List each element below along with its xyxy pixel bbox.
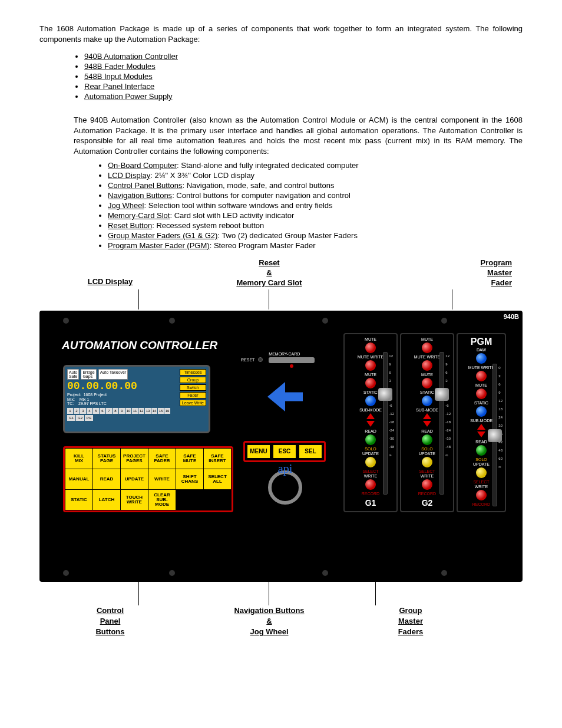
control-panel-button-grid: KILLMIXSTATUSPAGEPROJECTPAGESSAFEFADERSA… bbox=[63, 446, 233, 512]
component-item: Rear Panel Interface bbox=[84, 82, 523, 91]
control-panel-button[interactable]: STATIC bbox=[65, 489, 93, 510]
control-panel-button[interactable]: SAFEINSERT bbox=[204, 448, 232, 469]
lcd-side-button[interactable]: Leave Write bbox=[180, 400, 206, 406]
group-label: G2 bbox=[422, 498, 433, 508]
hardware-panel: AUTOMATION CONTROLLER 940B TimecodeGroup… bbox=[39, 311, 523, 582]
reset-button[interactable] bbox=[258, 357, 263, 362]
mute-button[interactable] bbox=[365, 342, 376, 353]
update-button[interactable] bbox=[422, 457, 432, 467]
read-button[interactable] bbox=[422, 434, 432, 445]
lcd-channel-num: 2 bbox=[74, 408, 80, 414]
lcd-project-value: 1608 Project bbox=[84, 393, 107, 397]
control-panel-button[interactable]: WRITE bbox=[148, 469, 176, 489]
sub-mode-label: SUB-MODE bbox=[470, 419, 492, 423]
lcd-side-button[interactable]: Group bbox=[180, 377, 206, 383]
lcd-group-indicator: PG bbox=[85, 415, 93, 421]
nudge-up-button[interactable] bbox=[366, 413, 375, 419]
mute-button[interactable] bbox=[422, 342, 432, 353]
subcomponent-item: Reset Button: Recessed system reboot but… bbox=[108, 221, 523, 230]
control-panel-button[interactable]: STATUSPAGE bbox=[93, 448, 121, 469]
pointer-line bbox=[269, 582, 269, 605]
fader-handle[interactable] bbox=[378, 388, 392, 401]
nudge-down-button[interactable] bbox=[366, 421, 375, 427]
mute-button2[interactable] bbox=[365, 378, 376, 388]
control-panel-button[interactable]: PROJECTPAGES bbox=[121, 448, 148, 469]
daw-button[interactable] bbox=[476, 353, 487, 364]
control-panel-button[interactable]: LATCH bbox=[93, 489, 121, 510]
menu-button[interactable]: MENU bbox=[247, 445, 270, 458]
component-item: 548B Input Modules bbox=[84, 72, 523, 81]
subcomponent-item: Control Panel Buttons: Navigation, mode,… bbox=[108, 181, 523, 190]
api-logo-text: api bbox=[278, 462, 292, 476]
lcd-side-button[interactable]: Fader bbox=[180, 392, 206, 398]
component-item: 940B Automation Controller bbox=[84, 52, 523, 61]
fader-slot[interactable] bbox=[439, 352, 444, 495]
mute-write-button-label: MUTE WRITE bbox=[414, 355, 440, 359]
fader-handle[interactable] bbox=[488, 429, 502, 442]
lcd-tab[interactable]: AutoSafe bbox=[67, 369, 79, 380]
read-button[interactable] bbox=[476, 445, 487, 456]
lcd-side-button[interactable]: Switch bbox=[180, 384, 206, 391]
mute-write-button[interactable] bbox=[422, 360, 432, 371]
lcd-mix-label: Mix: bbox=[67, 397, 75, 401]
fader-scale: 129630-3-6-12-18-24-30-48∞ bbox=[389, 352, 394, 459]
control-panel-button[interactable]: SAFEMUTE bbox=[176, 448, 204, 469]
lcd-project-label: Project: bbox=[67, 393, 81, 397]
lcd-channel-num: 15 bbox=[158, 408, 164, 414]
lcd-tc-value: 29.97 FPS LTC bbox=[78, 401, 107, 406]
write-button[interactable] bbox=[365, 479, 376, 490]
update-button-label: UPDATE bbox=[362, 452, 379, 456]
label-control-panel-buttons: ControlPanelButtons bbox=[39, 605, 181, 638]
label-group-master-faders: GroupMasterFaders bbox=[358, 605, 464, 638]
daw-button-label: DAW bbox=[477, 348, 486, 352]
mute-write-button[interactable] bbox=[476, 371, 487, 381]
control-panel-button[interactable]: READ bbox=[93, 469, 121, 489]
label-pgm-fader: ProgramMasterFader bbox=[358, 258, 512, 288]
static-button[interactable] bbox=[365, 396, 376, 406]
update-button[interactable] bbox=[365, 457, 376, 467]
control-panel-button[interactable]: SAFEFADER bbox=[148, 448, 176, 469]
control-panel-button[interactable]: KILLMIX bbox=[65, 448, 93, 469]
control-panel-button[interactable]: MANUAL bbox=[65, 469, 93, 489]
control-panel-button[interactable]: SELECTALL bbox=[204, 469, 232, 489]
memory-card-slot[interactable] bbox=[269, 357, 315, 363]
control-panel-button[interactable]: TOUCHWRITE bbox=[121, 489, 148, 510]
lcd-side-button[interactable]: Timecode bbox=[180, 369, 206, 375]
lcd-channel-num: 16 bbox=[164, 408, 170, 414]
read-button[interactable] bbox=[365, 434, 376, 445]
fader-g1: MUTEMUTE WRITEMUTESTATICSUB-MODEREADSOLO… bbox=[343, 333, 398, 512]
lcd-channel-num: 9 bbox=[119, 408, 125, 414]
nudge-up-button[interactable] bbox=[423, 413, 431, 419]
control-panel-button[interactable]: SHIFTCHANS bbox=[176, 469, 204, 489]
write-button[interactable] bbox=[422, 479, 432, 490]
esc-button[interactable]: ESC bbox=[273, 445, 296, 458]
sel-button[interactable]: SEL bbox=[299, 445, 322, 458]
lcd-tc-label: TC: bbox=[67, 401, 74, 406]
fader-slot[interactable] bbox=[492, 364, 497, 506]
lcd-tab[interactable]: Auto Takeover bbox=[98, 369, 128, 380]
mute-button-label: MUTE bbox=[421, 337, 433, 341]
lcd-channel-num: 8 bbox=[113, 408, 118, 414]
mute-button2[interactable] bbox=[422, 378, 432, 388]
write-button[interactable] bbox=[476, 490, 487, 500]
static-button[interactable] bbox=[476, 406, 487, 417]
mute-write-button[interactable] bbox=[365, 360, 376, 371]
control-panel-button[interactable]: CLEARSUB-MODE bbox=[148, 489, 176, 510]
nudge-down-button[interactable] bbox=[423, 421, 431, 427]
nudge-up-button[interactable] bbox=[477, 424, 485, 430]
pointer-line bbox=[269, 289, 269, 309]
mute-button[interactable] bbox=[476, 388, 487, 399]
component-item: Automation Power Supply bbox=[84, 92, 523, 101]
fader-slot[interactable] bbox=[383, 352, 388, 495]
pointer-line bbox=[138, 582, 139, 605]
navigation-button-group: MENU ESC SEL bbox=[243, 441, 326, 462]
control-panel-button[interactable]: UPDATE bbox=[121, 469, 148, 489]
memory-card-label: MEMORY-CARD bbox=[269, 352, 300, 356]
fader-handle[interactable] bbox=[435, 388, 449, 401]
static-button[interactable] bbox=[422, 396, 432, 406]
lcd-channel-num: 1 bbox=[67, 408, 73, 414]
nudge-down-button[interactable] bbox=[477, 431, 485, 437]
lcd-tab[interactable]: BridgeGaps bbox=[81, 369, 96, 380]
update-button[interactable] bbox=[476, 467, 487, 478]
section-intro: The 940B Automation Controller (also kno… bbox=[74, 115, 523, 156]
